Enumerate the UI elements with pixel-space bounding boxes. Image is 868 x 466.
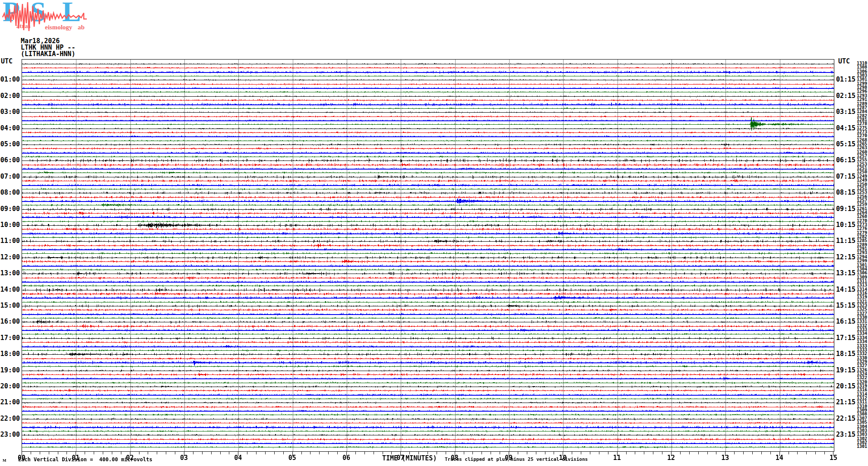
hour-label: 04:00: [0, 124, 20, 132]
hour-label: 08:00: [0, 189, 20, 196]
utc-label-left: UTC: [1, 57, 13, 65]
x-axis-minute-label: 06: [338, 454, 355, 462]
header-station-name: (LITHAKIA-HNN): [21, 51, 75, 57]
scale-prefix: M: [3, 458, 6, 463]
x-axis-minute-label: 04: [229, 454, 247, 462]
hour-label: 03:00: [0, 108, 20, 116]
hour-label: 15:00: [0, 302, 20, 309]
x-axis-minute-label: 12: [662, 454, 680, 462]
x-axis-minute-label: 13: [716, 454, 734, 462]
logo-seismic-trace-icon: [2, 0, 90, 35]
seismogram-traces-canvas: [22, 60, 834, 451]
hour-label: 07:00: [0, 173, 20, 180]
hour-label: 06:00: [0, 156, 20, 164]
scale-note: Each Vertical Division = 400.00 microvol…: [18, 457, 152, 463]
hour-label: 16:00: [0, 318, 20, 325]
hour-label: 19:00: [0, 366, 20, 374]
hour-label: 18:00: [0, 350, 20, 358]
helicorder-plot: [22, 59, 834, 452]
x-axis-minute-label: 05: [284, 454, 301, 462]
hour-label: 01:00: [0, 76, 20, 83]
utc-label-right: UTC: [838, 57, 850, 65]
psl-logo[interactable]: P atras S eismology L ab: [2, 0, 90, 35]
hour-label: 10:00: [0, 221, 20, 229]
x-axis-minute-label: 03: [175, 454, 193, 462]
hour-label: 13:00: [0, 269, 20, 277]
hour-label: 20:00: [0, 382, 20, 390]
hour-label: 05:00: [0, 140, 20, 148]
header-date: Mar18,2026: [21, 38, 60, 44]
clip-note: Traces clipped at plus/minus 25 vertical…: [445, 457, 588, 462]
bias-value: 1301: [857, 444, 868, 449]
hour-label: 12:00: [0, 253, 20, 261]
x-axis-title: TIME (MINUTES): [382, 454, 437, 462]
header-station: LTHK HNN HP --: [21, 44, 75, 50]
hour-label: 09:00: [0, 205, 20, 213]
x-axis-minute-label: 11: [608, 454, 626, 462]
hour-label: 21:00: [0, 398, 20, 406]
x-axis-minute-label: 14: [771, 454, 788, 462]
hour-label: 11:00: [0, 237, 20, 245]
hour-label: 23:00: [0, 431, 20, 438]
hour-label: 14:00: [0, 286, 20, 293]
hour-label: 22:00: [0, 415, 20, 422]
hour-label: 02:00: [0, 92, 20, 100]
hour-label: 17:00: [0, 334, 20, 342]
x-axis-minute-label: 15: [825, 454, 842, 462]
